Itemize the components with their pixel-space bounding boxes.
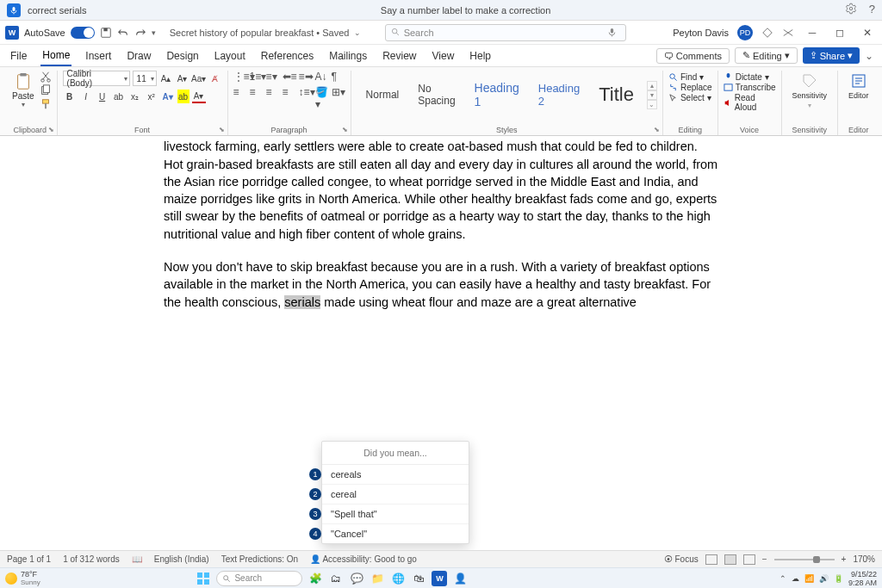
status-language[interactable]: English (India) (154, 554, 209, 564)
style-title[interactable]: Title (589, 77, 643, 112)
zoom-in-icon[interactable]: + (842, 554, 847, 564)
shading-icon[interactable]: 🪣▾ (315, 86, 329, 98)
status-words[interactable]: 1 of 312 words (63, 554, 120, 564)
help-icon[interactable]: ? (869, 3, 875, 17)
autosave-toggle[interactable] (71, 27, 95, 39)
ribbon-collapse-icon[interactable]: ⌄ (865, 50, 873, 62)
print-layout-icon[interactable] (724, 554, 736, 565)
taskbar-store[interactable]: 🛍 (411, 571, 426, 586)
inc-indent-icon[interactable]: ≡➡ (299, 71, 313, 83)
minimize-button[interactable]: ─ (803, 23, 822, 42)
taskbar-word[interactable]: W (432, 571, 447, 586)
tray-clock[interactable]: 9/15/229:28 AM (848, 570, 877, 587)
web-layout-icon[interactable] (743, 554, 755, 565)
editing-mode-button[interactable]: ✎ Editing ▾ (735, 47, 798, 64)
body-paragraph-2[interactable]: Now you don't have to skip breakfast bec… (164, 258, 718, 311)
microphone-icon[interactable] (7, 3, 21, 17)
suggestion-1[interactable]: 1cereals (322, 465, 469, 485)
user-name[interactable]: Peyton Davis (673, 28, 729, 38)
tab-file[interactable]: File (9, 46, 28, 65)
taskbar-edge[interactable]: 🌐 (390, 571, 406, 586)
sort-icon[interactable]: A↓ (315, 71, 329, 83)
multilevel-icon[interactable]: ≡▾ (266, 71, 280, 83)
bullets-icon[interactable]: ⋮≡▾ (233, 71, 247, 83)
grow-font-icon[interactable]: A▴ (159, 71, 173, 85)
tab-help[interactable]: Help (468, 46, 493, 65)
cut-icon[interactable] (40, 71, 52, 83)
align-left-icon[interactable]: ≡ (233, 86, 247, 98)
style-heading1[interactable]: Heading 1 (465, 75, 529, 115)
taskbar-app-4[interactable]: 📁 (370, 571, 385, 586)
clipboard-launcher-icon[interactable]: ⬊ (48, 126, 54, 133)
highlight-icon[interactable]: ab (177, 90, 189, 103)
style-heading2[interactable]: Heading 2 (529, 76, 589, 114)
suggestion-spell-that[interactable]: 3"Spell that" (322, 504, 469, 524)
qat-customize-icon[interactable]: ▾ (152, 28, 156, 37)
justify-icon[interactable]: ≡ (283, 86, 296, 98)
maximize-button[interactable]: ◻ (830, 23, 849, 42)
align-right-icon[interactable]: ≡ (266, 86, 280, 98)
shrink-font-icon[interactable]: A▾ (176, 71, 189, 85)
italic-button[interactable]: I (79, 90, 93, 103)
tab-layout[interactable]: Layout (213, 46, 247, 65)
close-button[interactable]: ✕ (858, 23, 877, 42)
avatar[interactable]: PD (737, 25, 753, 40)
change-case-icon[interactable]: Aa▾ (192, 71, 206, 85)
replace-button[interactable]: Replace (668, 83, 712, 92)
superscript-icon[interactable]: x² (145, 90, 158, 103)
share-button[interactable]: ⇪ Share ▾ (803, 47, 860, 64)
zoom-level[interactable]: 170% (853, 554, 875, 564)
status-accessibility[interactable]: 👤 Accessibility: Good to go (310, 554, 417, 564)
tray-chevron-icon[interactable]: ⌃ (780, 574, 786, 583)
settings-gear-icon[interactable] (845, 3, 857, 17)
misspelled-word[interactable]: serials (284, 295, 320, 309)
tray-battery-icon[interactable]: 🔋 (834, 574, 843, 583)
redo-icon[interactable] (134, 27, 146, 39)
dictate-button[interactable]: Dictate ▾ (724, 72, 776, 82)
find-button[interactable]: Find ▾ (668, 72, 712, 82)
zoom-slider[interactable] (774, 559, 835, 560)
line-spacing-icon[interactable]: ↕≡▾ (299, 86, 313, 98)
style-normal[interactable]: Normal (357, 83, 409, 107)
suggestion-2[interactable]: 2cereal (322, 485, 469, 504)
status-page[interactable]: Page 1 of 1 (7, 554, 51, 564)
styles-gallery-nav[interactable]: ▴▾⌄ (647, 81, 657, 109)
taskbar-app-1[interactable]: 🧩 (307, 571, 323, 586)
start-button[interactable] (196, 571, 211, 586)
weather-widget[interactable]: 78°FSunny (5, 570, 40, 586)
editor-button[interactable]: Editor (843, 71, 874, 102)
style-nospacing[interactable]: No Spacing (408, 77, 464, 113)
tab-view[interactable]: View (431, 46, 457, 65)
font-launcher-icon[interactable]: ⬊ (219, 126, 225, 133)
focus-button[interactable]: ⦿ Focus (664, 554, 699, 564)
show-marks-icon[interactable]: ¶ (332, 71, 345, 83)
comments-button[interactable]: 🗨 Comments (656, 48, 730, 64)
paste-button[interactable]: Paste ▾ (9, 71, 38, 110)
taskbar-app-3[interactable]: 💬 (349, 571, 364, 586)
tray-wifi-icon[interactable]: 📶 (804, 574, 814, 583)
format-painter-icon[interactable] (40, 98, 52, 110)
font-color-icon[interactable]: A▾ (192, 90, 206, 103)
status-predictions[interactable]: Text Predictions: On (221, 554, 298, 564)
diamond-icon[interactable] (761, 27, 773, 39)
status-spellcheck-icon[interactable]: 📖 (132, 554, 142, 564)
save-icon[interactable] (100, 27, 112, 39)
subscript-icon[interactable]: x₂ (128, 90, 142, 103)
paragraph-launcher-icon[interactable]: ⬊ (342, 126, 348, 133)
suggestion-cancel[interactable]: 4"Cancel" (322, 524, 469, 543)
undo-icon[interactable] (117, 27, 129, 39)
dec-indent-icon[interactable]: ⬅≡ (283, 71, 296, 83)
clear-formatting-icon[interactable]: A̸ (208, 71, 222, 85)
tab-mailings[interactable]: Mailings (327, 46, 369, 65)
taskbar-search[interactable]: Search (216, 571, 302, 586)
numbering-icon[interactable]: 1≡▾ (250, 71, 264, 83)
tab-insert[interactable]: Insert (84, 46, 113, 65)
doc-name-chevron-icon[interactable]: ⌄ (354, 28, 361, 37)
mic-icon[interactable] (607, 28, 617, 37)
borders-icon[interactable]: ⊞▾ (332, 86, 345, 98)
document-name[interactable]: Secret history of popular breakfast • Sa… (170, 28, 350, 38)
copy-icon[interactable] (40, 84, 52, 96)
search-input[interactable]: Search (385, 24, 626, 41)
strikethrough-icon[interactable]: ab (112, 90, 126, 103)
read-mode-icon[interactable] (705, 554, 717, 565)
